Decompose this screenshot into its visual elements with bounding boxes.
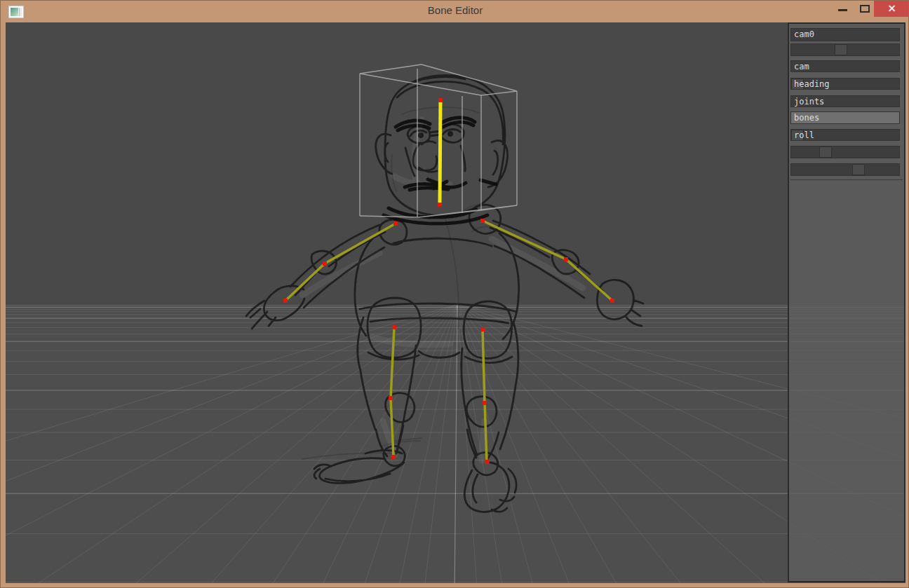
field-cam0-label: cam0 [794, 29, 814, 39]
maximize-icon [860, 5, 870, 13]
button-bones[interactable]: bones [790, 111, 900, 124]
panel-divider [790, 179, 903, 180]
tool-panel: cam0 cam heading joints bones roll [788, 22, 905, 582]
joint-marker[interactable] [392, 325, 396, 329]
joint-marker[interactable] [323, 261, 327, 266]
slider-3[interactable] [790, 163, 900, 176]
viewport-3d[interactable] [6, 22, 905, 583]
button-joints[interactable]: joints [790, 95, 900, 107]
slider-2[interactable] [790, 146, 900, 158]
button-joints-label: joints [794, 97, 824, 107]
slider-heading-label: heading [794, 79, 830, 89]
joint-marker[interactable] [391, 455, 396, 459]
minimize-icon [838, 9, 847, 11]
joint-marker[interactable] [564, 257, 568, 261]
joint-marker[interactable] [483, 401, 487, 405]
joint-marker[interactable] [480, 327, 485, 331]
field-cam0[interactable]: cam0 [790, 28, 900, 41]
slider-roll-label: roll [794, 130, 814, 140]
joint-marker[interactable] [480, 219, 485, 223]
joint-marker[interactable] [485, 460, 489, 464]
close-button[interactable]: ✕ [874, 1, 909, 17]
window-title: Bone Editor [1, 4, 909, 16]
slider-heading[interactable]: heading [790, 78, 900, 90]
joint-marker[interactable] [393, 221, 398, 226]
titlebar[interactable]: Bone Editor ✕ [1, 1, 909, 22]
slider-cam0[interactable] [790, 43, 900, 56]
joint-marker[interactable] [283, 299, 288, 303]
joint-marker[interactable] [438, 203, 442, 207]
button-cam[interactable]: cam [790, 60, 900, 72]
button-bones-label: bones [794, 113, 819, 123]
slider-roll[interactable]: roll [790, 129, 900, 141]
joint-marker[interactable] [438, 98, 443, 102]
minimize-button[interactable] [833, 1, 854, 17]
main-content: cam0 cam heading joints bones roll [6, 22, 905, 583]
bone-chain-head[interactable] [440, 100, 440, 205]
button-cam-label: cam [794, 62, 809, 71]
slider-cam0-handle[interactable] [835, 44, 847, 55]
application-window: Bone Editor ✕ [0, 0, 909, 588]
slider-2-handle[interactable] [819, 146, 832, 158]
joint-marker[interactable] [389, 396, 393, 400]
joint-marker[interactable] [610, 299, 614, 303]
maximize-button[interactable] [855, 1, 875, 17]
slider-3-handle[interactable] [852, 164, 865, 175]
